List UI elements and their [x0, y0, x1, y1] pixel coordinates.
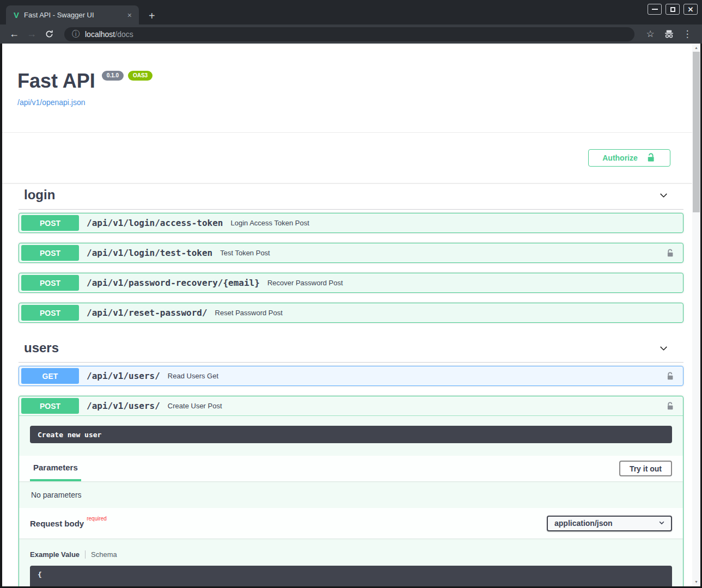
try-it-out-button[interactable]: Try it out [619, 461, 672, 476]
method-badge: POST [21, 398, 79, 414]
endpoint-path: /api/v1/reset-password/ [87, 308, 207, 318]
page-title: Fast API [17, 70, 95, 93]
window-close-button[interactable]: ✕ [683, 4, 698, 15]
no-parameters-text: No parameters [19, 481, 683, 508]
endpoint-row[interactable]: POST /api/v1/login/access-token Login Ac… [19, 213, 683, 233]
parameters-header: Parameters Try it out [19, 456, 683, 481]
endpoint-path: /api/v1/login/test-token [87, 248, 212, 258]
browser-toolbar: ← → ⓘ localhost /docs ☆ ⋮ [0, 24, 702, 44]
page-scrollbar[interactable]: ▲ ▼ [692, 44, 700, 586]
tab-example-value[interactable]: Example Value [30, 550, 80, 559]
request-body-header: Request bodyrequired application/json [19, 508, 683, 538]
url-path: /docs [115, 30, 133, 39]
example-area: Example Value Schema { [19, 538, 683, 586]
endpoint-summary: Reset Password Post [215, 309, 283, 317]
window-controls: ✕ [648, 4, 698, 15]
endpoint-summary: Create User Post [168, 402, 222, 410]
endpoint-row[interactable]: POST /api/v1/reset-password/ Reset Passw… [19, 303, 683, 323]
section-title: login [24, 187, 55, 203]
authorize-button[interactable]: Authorize [588, 149, 670, 167]
scheme-container: Authorize [2, 132, 692, 183]
endpoint-path: /api/v1/users/ [87, 371, 160, 381]
method-badge: GET [21, 368, 79, 384]
tab-title: Fast API - Swagger UI [24, 11, 126, 19]
chevron-down-icon[interactable] [658, 342, 669, 354]
oas3-badge: OAS3 [128, 71, 152, 81]
browser-menu-icon[interactable]: ⋮ [679, 27, 695, 42]
reload-icon[interactable] [41, 27, 57, 42]
version-badge: 0.1.0 [102, 71, 124, 81]
content-type-select[interactable]: application/json [547, 516, 672, 531]
new-tab-button[interactable]: + [149, 10, 155, 21]
endpoint-row[interactable]: POST /api/v1/users/ Create User Post [19, 396, 683, 416]
authorize-label: Authorize [602, 154, 638, 162]
favicon-icon: V [14, 10, 19, 20]
url-host: localhost [85, 30, 115, 39]
browser-tab[interactable]: V Fast API - Swagger UI × [6, 5, 139, 24]
tab-parameters[interactable]: Parameters [30, 456, 81, 481]
swagger-page: Fast API 0.1.0 OAS3 /api/v1/openapi.json… [2, 44, 700, 586]
endpoint-description: Create new user [30, 426, 672, 443]
required-badge: required [87, 516, 107, 522]
endpoint-row[interactable]: POST /api/v1/login/test-token Test Token… [19, 243, 683, 263]
endpoint-row[interactable]: POST /api/v1/password-recovery/{email} R… [19, 273, 683, 293]
maximize-button[interactable] [666, 4, 680, 15]
content-type-value: application/json [554, 519, 613, 528]
section-title: users [24, 340, 59, 356]
back-icon[interactable]: ← [7, 27, 22, 42]
endpoint-expanded-block: POST /api/v1/users/ Create User Post Cre… [19, 396, 683, 586]
chevron-down-icon [658, 519, 666, 528]
incognito-icon [661, 27, 677, 42]
browser-titlebar: V Fast API - Swagger UI × + ✕ [0, 0, 702, 24]
api-info: Fast API 0.1.0 OAS3 /api/v1/openapi.json [2, 44, 692, 107]
method-badge: POST [21, 275, 79, 291]
request-body-label: Request bodyrequired [30, 518, 104, 528]
forward-icon: → [24, 27, 39, 42]
page-viewport: Fast API 0.1.0 OAS3 /api/v1/openapi.json… [2, 44, 700, 586]
section-login-header[interactable]: login [19, 183, 683, 210]
url-bar[interactable]: ⓘ localhost /docs [64, 27, 634, 41]
operations: login POST /api/v1/login/access-token Lo… [2, 183, 692, 586]
method-badge: POST [21, 245, 79, 261]
method-badge: POST [21, 305, 79, 321]
chevron-down-icon[interactable] [658, 189, 669, 201]
endpoint-path: /api/v1/users/ [87, 401, 160, 411]
tab-close-icon[interactable]: × [126, 11, 133, 20]
openapi-spec-link[interactable]: /api/v1/openapi.json [17, 98, 86, 107]
endpoint-path: /api/v1/login/access-token [87, 218, 223, 228]
scroll-down-icon[interactable]: ▼ [692, 578, 700, 585]
minimize-button[interactable] [648, 4, 662, 15]
endpoint-summary: Read Users Get [168, 372, 218, 380]
scrollbar-thumb[interactable] [693, 52, 700, 212]
endpoint-path: /api/v1/password-recovery/{email} [87, 278, 260, 288]
endpoint-row[interactable]: GET /api/v1/users/ Read Users Get [19, 366, 683, 386]
example-code-block[interactable]: { [30, 566, 672, 586]
endpoint-summary: Recover Password Post [267, 279, 343, 287]
auth-lock-icon[interactable] [665, 401, 675, 411]
tab-schema[interactable]: Schema [91, 550, 117, 559]
auth-lock-icon[interactable] [665, 371, 675, 381]
method-badge: POST [21, 215, 79, 231]
endpoint-summary: Test Token Post [220, 249, 270, 257]
auth-lock-icon[interactable] [665, 248, 675, 258]
scroll-up-icon[interactable]: ▲ [692, 44, 700, 51]
unlock-icon [645, 152, 656, 164]
model-tabs: Example Value Schema [30, 550, 672, 559]
tab-divider [85, 550, 86, 559]
section-login-rows: POST /api/v1/login/access-token Login Ac… [19, 213, 683, 323]
bookmark-star-icon[interactable]: ☆ [642, 27, 658, 42]
section-users-rows: GET /api/v1/users/ Read Users Get POST [19, 366, 683, 586]
site-info-icon[interactable]: ⓘ [72, 29, 80, 39]
endpoint-summary: Login Access Token Post [230, 219, 309, 227]
section-users-header[interactable]: users [19, 336, 683, 363]
